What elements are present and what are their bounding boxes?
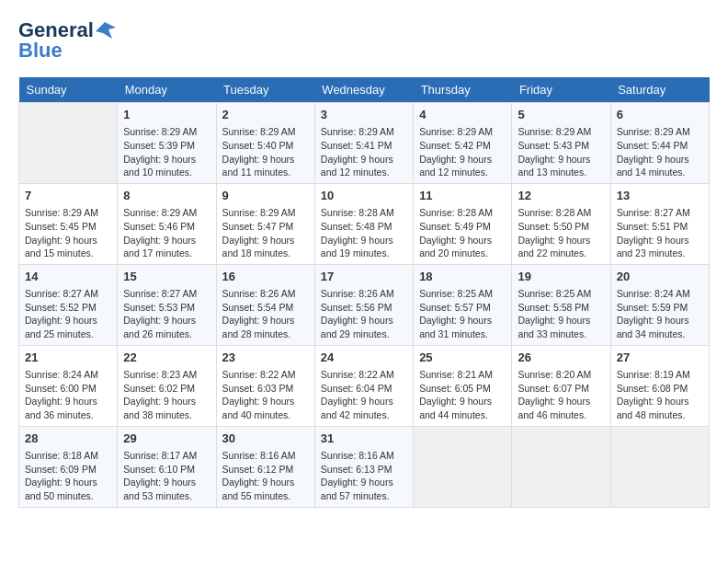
day-number: 25 <box>419 350 506 366</box>
table-row <box>610 426 709 507</box>
day-number: 10 <box>321 188 407 204</box>
day-info: Sunrise: 8:26 AMSunset: 5:56 PMDaylight:… <box>321 287 407 341</box>
day-number: 19 <box>518 269 604 285</box>
table-row: 3Sunrise: 8:29 AMSunset: 5:41 PMDaylight… <box>314 103 413 184</box>
day-number: 22 <box>123 350 210 366</box>
day-number: 3 <box>321 107 407 123</box>
day-info: Sunrise: 8:22 AMSunset: 6:03 PMDaylight:… <box>222 368 309 422</box>
day-info: Sunrise: 8:29 AMSunset: 5:40 PMDaylight:… <box>222 125 309 179</box>
svg-marker-0 <box>96 22 116 39</box>
day-info: Sunrise: 8:23 AMSunset: 6:02 PMDaylight:… <box>123 368 210 422</box>
calendar-row: 1Sunrise: 8:29 AMSunset: 5:39 PMDaylight… <box>19 103 710 184</box>
day-number: 9 <box>222 188 309 204</box>
table-row: 5Sunrise: 8:29 AMSunset: 5:43 PMDaylight… <box>512 103 610 184</box>
day-info: Sunrise: 8:26 AMSunset: 5:54 PMDaylight:… <box>222 287 309 341</box>
table-row: 26Sunrise: 8:20 AMSunset: 6:07 PMDayligh… <box>512 345 610 426</box>
table-row: 28Sunrise: 8:18 AMSunset: 6:09 PMDayligh… <box>19 426 118 507</box>
calendar-row: 28Sunrise: 8:18 AMSunset: 6:09 PMDayligh… <box>19 426 710 507</box>
day-info: Sunrise: 8:27 AMSunset: 5:52 PMDaylight:… <box>25 287 111 341</box>
col-thursday: Thursday <box>414 77 512 103</box>
table-row: 9Sunrise: 8:29 AMSunset: 5:47 PMDaylight… <box>216 183 314 264</box>
col-saturday: Saturday <box>610 77 709 103</box>
day-number: 6 <box>617 107 703 123</box>
day-info: Sunrise: 8:25 AMSunset: 5:58 PMDaylight:… <box>518 287 604 341</box>
day-info: Sunrise: 8:27 AMSunset: 5:51 PMDaylight:… <box>617 206 703 260</box>
day-info: Sunrise: 8:16 AMSunset: 6:12 PMDaylight:… <box>222 449 309 503</box>
table-row: 20Sunrise: 8:24 AMSunset: 5:59 PMDayligh… <box>610 264 709 345</box>
col-sunday: Sunday <box>19 77 118 103</box>
table-row: 27Sunrise: 8:19 AMSunset: 6:08 PMDayligh… <box>610 345 709 426</box>
day-number: 28 <box>25 431 111 447</box>
day-number: 24 <box>321 350 407 366</box>
day-number: 29 <box>123 431 210 447</box>
day-number: 1 <box>123 107 210 123</box>
day-number: 15 <box>123 269 210 285</box>
table-row: 25Sunrise: 8:21 AMSunset: 6:05 PMDayligh… <box>414 345 512 426</box>
day-info: Sunrise: 8:21 AMSunset: 6:05 PMDaylight:… <box>419 368 506 422</box>
col-wednesday: Wednesday <box>314 77 413 103</box>
table-row: 30Sunrise: 8:16 AMSunset: 6:12 PMDayligh… <box>216 426 314 507</box>
table-row: 14Sunrise: 8:27 AMSunset: 5:52 PMDayligh… <box>19 264 118 345</box>
table-row: 10Sunrise: 8:28 AMSunset: 5:48 PMDayligh… <box>314 183 413 264</box>
table-row: 12Sunrise: 8:28 AMSunset: 5:50 PMDayligh… <box>512 183 610 264</box>
day-number: 14 <box>25 269 111 285</box>
day-info: Sunrise: 8:29 AMSunset: 5:42 PMDaylight:… <box>419 125 506 179</box>
col-friday: Friday <box>512 77 610 103</box>
table-row: 23Sunrise: 8:22 AMSunset: 6:03 PMDayligh… <box>216 345 314 426</box>
day-info: Sunrise: 8:29 AMSunset: 5:45 PMDaylight:… <box>25 206 111 260</box>
day-info: Sunrise: 8:17 AMSunset: 6:10 PMDaylight:… <box>123 449 210 503</box>
calendar-row: 14Sunrise: 8:27 AMSunset: 5:52 PMDayligh… <box>19 264 710 345</box>
day-number: 4 <box>419 107 506 123</box>
logo-bird-icon <box>96 22 116 39</box>
logo: General Blue <box>18 18 116 63</box>
table-row: 15Sunrise: 8:27 AMSunset: 5:53 PMDayligh… <box>118 264 216 345</box>
day-number: 23 <box>222 350 309 366</box>
day-number: 30 <box>222 431 309 447</box>
col-monday: Monday <box>118 77 216 103</box>
day-number: 8 <box>123 188 210 204</box>
day-number: 21 <box>25 350 111 366</box>
day-number: 27 <box>617 350 703 366</box>
day-number: 13 <box>617 188 703 204</box>
day-info: Sunrise: 8:20 AMSunset: 6:07 PMDaylight:… <box>518 368 604 422</box>
day-number: 18 <box>419 269 506 285</box>
header: General Blue <box>18 18 710 63</box>
table-row: 13Sunrise: 8:27 AMSunset: 5:51 PMDayligh… <box>610 183 709 264</box>
day-number: 12 <box>518 188 604 204</box>
day-info: Sunrise: 8:24 AMSunset: 5:59 PMDaylight:… <box>617 287 703 341</box>
day-info: Sunrise: 8:29 AMSunset: 5:39 PMDaylight:… <box>123 125 210 179</box>
table-row: 11Sunrise: 8:28 AMSunset: 5:49 PMDayligh… <box>414 183 512 264</box>
table-row: 7Sunrise: 8:29 AMSunset: 5:45 PMDaylight… <box>19 183 118 264</box>
day-info: Sunrise: 8:18 AMSunset: 6:09 PMDaylight:… <box>25 449 111 503</box>
day-info: Sunrise: 8:24 AMSunset: 6:00 PMDaylight:… <box>25 368 111 422</box>
logo-text-blue: Blue <box>18 39 63 63</box>
table-row: 24Sunrise: 8:22 AMSunset: 6:04 PMDayligh… <box>314 345 413 426</box>
table-row: 2Sunrise: 8:29 AMSunset: 5:40 PMDaylight… <box>216 103 314 184</box>
day-number: 16 <box>222 269 309 285</box>
day-number: 31 <box>321 431 407 447</box>
day-info: Sunrise: 8:29 AMSunset: 5:44 PMDaylight:… <box>617 125 703 179</box>
day-info: Sunrise: 8:22 AMSunset: 6:04 PMDaylight:… <box>321 368 407 422</box>
table-row: 6Sunrise: 8:29 AMSunset: 5:44 PMDaylight… <box>610 103 709 184</box>
day-number: 26 <box>518 350 604 366</box>
table-row <box>19 103 118 184</box>
calendar-table: Sunday Monday Tuesday Wednesday Thursday… <box>18 77 710 508</box>
day-number: 5 <box>518 107 604 123</box>
day-info: Sunrise: 8:28 AMSunset: 5:48 PMDaylight:… <box>321 206 407 260</box>
table-row: 17Sunrise: 8:26 AMSunset: 5:56 PMDayligh… <box>314 264 413 345</box>
day-info: Sunrise: 8:29 AMSunset: 5:41 PMDaylight:… <box>321 125 407 179</box>
table-row: 21Sunrise: 8:24 AMSunset: 6:00 PMDayligh… <box>19 345 118 426</box>
table-row: 19Sunrise: 8:25 AMSunset: 5:58 PMDayligh… <box>512 264 610 345</box>
header-row: Sunday Monday Tuesday Wednesday Thursday… <box>19 77 710 103</box>
day-number: 2 <box>222 107 309 123</box>
day-info: Sunrise: 8:28 AMSunset: 5:49 PMDaylight:… <box>419 206 506 260</box>
table-row: 29Sunrise: 8:17 AMSunset: 6:10 PMDayligh… <box>118 426 216 507</box>
day-info: Sunrise: 8:27 AMSunset: 5:53 PMDaylight:… <box>123 287 210 341</box>
day-number: 11 <box>419 188 506 204</box>
day-info: Sunrise: 8:28 AMSunset: 5:50 PMDaylight:… <box>518 206 604 260</box>
table-row: 22Sunrise: 8:23 AMSunset: 6:02 PMDayligh… <box>118 345 216 426</box>
table-row: 4Sunrise: 8:29 AMSunset: 5:42 PMDaylight… <box>414 103 512 184</box>
day-info: Sunrise: 8:25 AMSunset: 5:57 PMDaylight:… <box>419 287 506 341</box>
table-row <box>512 426 610 507</box>
col-tuesday: Tuesday <box>216 77 314 103</box>
